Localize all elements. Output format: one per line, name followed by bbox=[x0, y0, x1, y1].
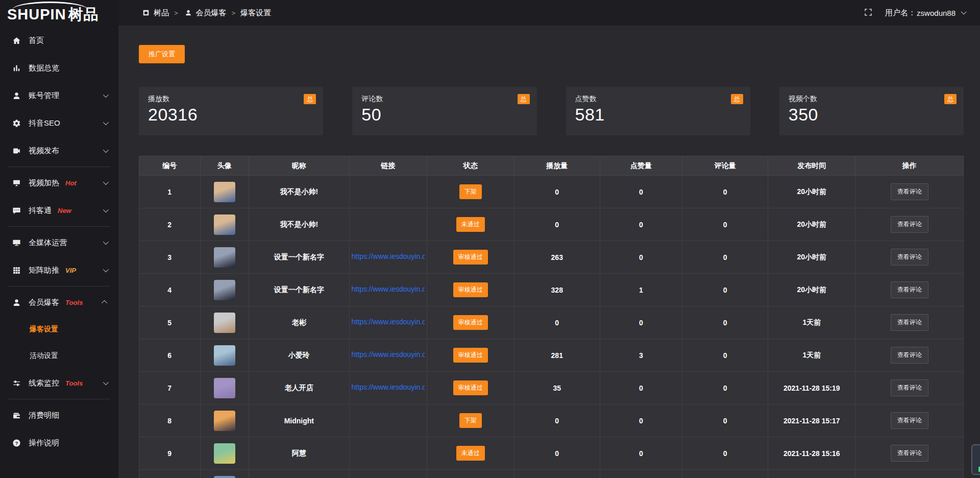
video-link[interactable]: https://www.iesdouyin.c bbox=[352, 285, 425, 293]
view-comments-button[interactable]: 查看评论 bbox=[891, 249, 928, 266]
column-header: 状态 bbox=[427, 156, 514, 176]
status-badge[interactable]: 下架 bbox=[459, 413, 482, 428]
fullscreen-icon[interactable] bbox=[864, 8, 874, 18]
question-icon: ? bbox=[11, 438, 21, 447]
cell-id: 9 bbox=[139, 437, 201, 470]
table-row: 5 老彬 https://www.iesdouyin.c 审核通过 0 0 0 … bbox=[139, 306, 964, 339]
sidebar-item[interactable]: ? 操作说明 bbox=[0, 429, 118, 457]
username-label: 用户名： bbox=[885, 8, 916, 18]
sidebar-subitem-active[interactable]: 爆客设置 bbox=[0, 316, 118, 343]
topbar-right: 用户名：zswodun88 bbox=[864, 8, 965, 18]
sidebar-item[interactable]: 账号管理 bbox=[0, 82, 118, 109]
video-link[interactable]: https://www.iesdouyin.c bbox=[352, 252, 425, 260]
stat-cards: 播放数 20316 总 评论数 50 总 点赞数 581 总 视频个数 350 … bbox=[139, 87, 964, 135]
sidebar-item[interactable]: 线索监控 Tools bbox=[0, 369, 118, 397]
sidebar-subitem[interactable]: 活动设置 bbox=[0, 343, 118, 369]
cell-id: 3 bbox=[139, 241, 201, 274]
status-badge[interactable]: 未通过 bbox=[456, 217, 485, 232]
cell-id: 2 bbox=[139, 208, 201, 241]
sidebar-item[interactable]: 全媒体运营 bbox=[0, 229, 118, 256]
column-header: 编号 bbox=[139, 156, 201, 176]
breadcrumb-item-section[interactable]: 会员爆客 bbox=[183, 8, 227, 18]
sidebar-item[interactable]: 视频加热 Hot bbox=[0, 169, 118, 197]
video-link[interactable]: https://www.iesdouyin.c bbox=[352, 350, 425, 358]
table-row: 2 我不是小帅! 未通过 0 0 0 20小时前 查看评论 bbox=[139, 208, 964, 241]
user-icon bbox=[11, 91, 21, 100]
status-badge[interactable]: 审核通过 bbox=[453, 380, 488, 395]
sidebar-divider bbox=[8, 226, 110, 227]
sidebar-item[interactable]: 数据总览 bbox=[0, 54, 118, 82]
home-icon bbox=[11, 36, 21, 45]
view-comments-button[interactable]: 查看评论 bbox=[891, 379, 928, 396]
sidebar-item[interactable]: 首页 bbox=[0, 27, 118, 54]
view-comments-button[interactable]: 查看评论 bbox=[891, 281, 928, 298]
cell-time: 1天前 bbox=[768, 306, 855, 339]
chevron-down-icon bbox=[103, 239, 109, 245]
topbar: 树品 > 会员爆客 > 爆客设置 用户名：zswodun88 bbox=[118, 0, 980, 26]
user-menu[interactable]: 用户名：zswodun88 bbox=[885, 8, 965, 18]
sidebar-item-label: 会员爆客 bbox=[29, 298, 59, 307]
stat-label: 点赞数 bbox=[575, 94, 741, 104]
table-row: 3 设置一个新名字 https://www.iesdouyin.c 审核通过 2… bbox=[139, 241, 964, 274]
status-badge[interactable]: 下架 bbox=[459, 184, 482, 199]
cell-likes: 0 bbox=[600, 306, 682, 339]
cell-time: 20小时前 bbox=[768, 274, 855, 306]
sidebar-item[interactable]: 矩阵助推 VIP bbox=[0, 256, 118, 284]
table-row bbox=[139, 470, 964, 478]
cell-nickname: 老彬 bbox=[249, 306, 349, 339]
sidebar-item[interactable]: 会员爆客 Tools bbox=[0, 289, 118, 316]
total-badge: 总 bbox=[518, 94, 530, 104]
sidebar-item[interactable]: 抖客通 New bbox=[0, 197, 118, 224]
view-comments-button[interactable]: 查看评论 bbox=[891, 347, 928, 364]
screen-icon bbox=[11, 178, 21, 187]
stat-label: 评论数 bbox=[361, 94, 527, 104]
sidebar-item[interactable]: 抖音SEO bbox=[0, 109, 118, 137]
sidebar-item[interactable]: 视频发布 bbox=[0, 137, 118, 164]
view-comments-button[interactable]: 查看评论 bbox=[891, 314, 928, 331]
cell-comments: 0 bbox=[682, 274, 768, 306]
cell-likes bbox=[600, 470, 682, 478]
table-body: 1 我不是小帅! 下架 0 0 0 20小时前 查看评论 2 我不是小帅! 未通… bbox=[139, 176, 964, 478]
cell-likes: 0 bbox=[600, 404, 682, 437]
breadcrumb-item-home[interactable]: 树品 bbox=[141, 8, 169, 18]
cell-plays: 35 bbox=[514, 372, 600, 404]
sidebar-item-badge: Tools bbox=[65, 299, 83, 306]
sidebar-item[interactable]: 消费明细 bbox=[0, 401, 118, 429]
table-row: 8 Midnight 下架 0 0 0 2021-11-28 15:17 查看评… bbox=[139, 404, 964, 437]
status-badge[interactable]: 审核通过 bbox=[453, 282, 488, 297]
view-comments-button[interactable]: 查看评论 bbox=[891, 445, 928, 462]
cell-plays: 0 bbox=[514, 208, 600, 241]
comment-icon bbox=[11, 206, 21, 215]
view-comments-button[interactable]: 查看评论 bbox=[891, 412, 928, 429]
sidebar-item-label: 消费明细 bbox=[29, 411, 59, 420]
view-comments-button[interactable]: 查看评论 bbox=[891, 216, 928, 233]
status-badge[interactable]: 未通过 bbox=[456, 446, 485, 461]
video-link[interactable]: https://www.iesdouyin.c bbox=[352, 318, 425, 326]
brand-logo[interactable]: SHUPIN树品 bbox=[0, 0, 118, 26]
status-badge[interactable]: 审核通过 bbox=[453, 250, 488, 265]
avatar bbox=[214, 214, 235, 235]
cell-nickname: 阿慧 bbox=[249, 437, 349, 470]
cell-plays: 0 bbox=[514, 176, 600, 208]
breadcrumb-separator: > bbox=[174, 9, 178, 17]
cell-comments: 0 bbox=[682, 241, 768, 274]
stat-value: 50 bbox=[361, 105, 527, 125]
promo-settings-button[interactable]: 推广设置 bbox=[139, 45, 185, 63]
sidebar: SHUPIN树品 首页 数据总览 账号管理 抖音SEO 视频发布 视频加热 Ho… bbox=[0, 0, 118, 478]
view-comments-button[interactable]: 查看评论 bbox=[891, 183, 928, 200]
cell-comments: 0 bbox=[682, 372, 768, 404]
avatar bbox=[214, 313, 235, 333]
table-row: 4 设置一个新名字 https://www.iesdouyin.c 审核通过 3… bbox=[139, 274, 964, 306]
cell-likes: 0 bbox=[600, 437, 682, 470]
status-badge[interactable]: 审核通过 bbox=[453, 315, 488, 330]
sidebar-item-label: 首页 bbox=[29, 36, 44, 45]
stat-value: 350 bbox=[789, 105, 954, 125]
cell-nickname: 我不是小帅! bbox=[249, 176, 349, 208]
status-badge[interactable]: 审核通过 bbox=[453, 348, 488, 363]
sidebar-item-label: 抖音SEO bbox=[29, 118, 60, 128]
gear-icon bbox=[11, 118, 21, 128]
floating-widget[interactable] bbox=[971, 444, 980, 475]
video-link[interactable]: https://www.iesdouyin.c bbox=[352, 383, 425, 391]
sliders-icon bbox=[11, 378, 21, 388]
breadcrumb-item-current: 爆客设置 bbox=[240, 8, 271, 18]
